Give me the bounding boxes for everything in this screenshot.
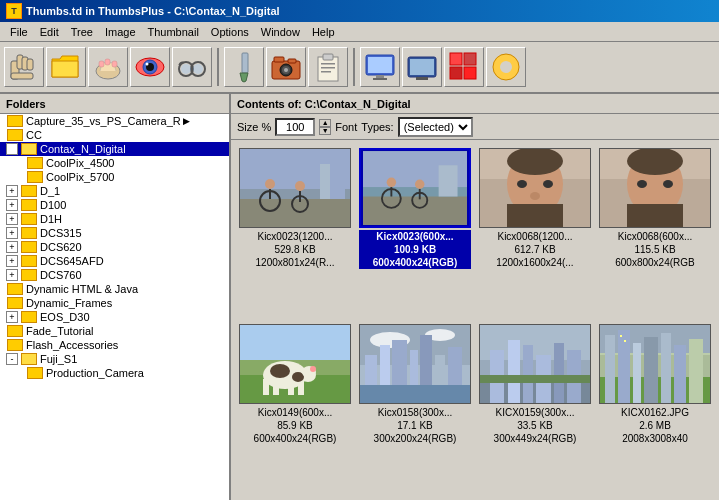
tool-grid-btn[interactable] xyxy=(444,47,484,87)
expand-btn[interactable]: + xyxy=(6,311,18,323)
thumb-label-8: KICX0162.JPG 2.6 MB 2008x3008x40 xyxy=(599,406,711,445)
svg-rect-111 xyxy=(554,343,564,403)
folder-item-eosd30[interactable]: + EOS_D30 xyxy=(0,310,229,324)
tool-camera-btn[interactable] xyxy=(266,47,306,87)
expand-btn[interactable]: + xyxy=(6,185,18,197)
svg-point-59 xyxy=(387,178,396,187)
expand-btn[interactable]: + xyxy=(6,213,18,225)
tool-nails-btn[interactable] xyxy=(88,47,128,87)
svg-rect-7 xyxy=(105,59,110,65)
size-input[interactable] xyxy=(275,118,315,136)
svg-point-69 xyxy=(517,180,527,188)
folder-label: Dynamic_Frames xyxy=(26,297,112,309)
tool-brush-btn[interactable] xyxy=(224,47,264,87)
folder-label: DCS760 xyxy=(40,269,82,281)
folder-icon xyxy=(21,241,37,253)
app-icon: T xyxy=(6,3,22,19)
types-label: Types: xyxy=(361,121,393,133)
types-select[interactable]: (Selected) All Images xyxy=(398,117,473,137)
thumb-img-2 xyxy=(359,148,471,228)
thumb-img-1 xyxy=(239,148,351,228)
svg-rect-6 xyxy=(99,61,104,67)
svg-rect-25 xyxy=(323,54,333,60)
tool-clipboard-btn[interactable] xyxy=(308,47,348,87)
menu-bar: File Edit Tree Image Thumbnail Options W… xyxy=(0,22,719,42)
tool-donut-btn[interactable] xyxy=(486,47,526,87)
folder-item-prodcam[interactable]: Production_Camera xyxy=(0,366,229,380)
menu-edit[interactable]: Edit xyxy=(34,24,65,40)
folder-item-d1[interactable]: + D_1 xyxy=(0,184,229,198)
folder-icon xyxy=(21,199,37,211)
window-title: Thumbs.td in ThumbsPlus - C:\Contax_N_Di… xyxy=(26,5,280,17)
thumb-item-4[interactable]: Kicx0068(600x... 115.5 KB 600x800x24(RGB xyxy=(597,146,713,318)
menu-thumbnail[interactable]: Thumbnail xyxy=(142,24,205,40)
tool-monitor-btn[interactable] xyxy=(360,47,400,87)
thumb-item-2[interactable]: Kicx0023(600x... 100.9 KB 600x400x24(RGB… xyxy=(357,146,473,318)
svg-point-16 xyxy=(193,64,203,74)
thumb-item-1[interactable]: Kicx0023(1200... 529.8 KB 1200x801x24(R.… xyxy=(237,146,353,318)
expand-btn[interactable]: + xyxy=(6,199,18,211)
menu-tree[interactable]: Tree xyxy=(65,24,99,40)
main-content: Folders Capture_35_vs_PS_Camera_R ▶ CC -… xyxy=(0,94,719,500)
expand-btn[interactable]: - xyxy=(6,353,18,365)
menu-window[interactable]: Window xyxy=(255,24,306,40)
svg-rect-27 xyxy=(321,67,335,69)
folder-icon xyxy=(7,339,23,351)
thumb-item-8[interactable]: KICX0162.JPG 2.6 MB 2008x3008x40 xyxy=(597,322,713,494)
folder-icon xyxy=(7,283,23,295)
expand-btn[interactable]: + xyxy=(6,227,18,239)
expand-btn[interactable]: + xyxy=(6,241,18,253)
thumb-item-5[interactable]: Kicx0149(600x... 85.9 KB 600x400x24(RGB) xyxy=(237,322,353,494)
folder-item-d100[interactable]: + D100 xyxy=(0,198,229,212)
tool-finger-btn[interactable] xyxy=(4,47,44,87)
menu-file[interactable]: File xyxy=(4,24,34,40)
font-label: Font xyxy=(335,121,357,133)
tool-screen2-btn[interactable] xyxy=(402,47,442,87)
svg-rect-36 xyxy=(450,53,462,65)
folders-title: Folders xyxy=(6,98,46,110)
thumb-label-6: Kicx0158(300x... 17.1 KB 300x200x24(RGB) xyxy=(359,406,471,445)
menu-help[interactable]: Help xyxy=(306,24,341,40)
folder-item-dcs620[interactable]: + DCS620 xyxy=(0,240,229,254)
folder-item-capture35[interactable]: Capture_35_vs_PS_Camera_R ▶ xyxy=(0,114,229,128)
folder-item-dcs760[interactable]: + DCS760 xyxy=(0,268,229,282)
thumb-item-6[interactable]: Kicx0158(300x... 17.1 KB 300x200x24(RGB) xyxy=(357,322,473,494)
thumb-img-8 xyxy=(599,324,711,404)
folder-item-coolpix4500[interactable]: CoolPix_4500 xyxy=(0,156,229,170)
tool-folder-btn[interactable] xyxy=(46,47,86,87)
folder-icon xyxy=(21,185,37,197)
folder-item-coolpix5700[interactable]: CoolPix_5700 xyxy=(0,170,229,184)
folder-item-d1h[interactable]: + D1H xyxy=(0,212,229,226)
folders-list[interactable]: Capture_35_vs_PS_Camera_R ▶ CC - Contax_… xyxy=(0,114,229,500)
folder-item-cc[interactable]: CC xyxy=(0,128,229,142)
folder-item-fade[interactable]: Fade_Tutorial xyxy=(0,324,229,338)
folder-item-fujis1[interactable]: - Fuji_S1 xyxy=(0,352,229,366)
expand-btn[interactable]: + xyxy=(6,255,18,267)
svg-point-77 xyxy=(637,180,647,188)
thumb-label-5: Kicx0149(600x... 85.9 KB 600x400x24(RGB) xyxy=(239,406,351,445)
folder-item-dynframes[interactable]: Dynamic_Frames xyxy=(0,296,229,310)
folder-item-dcs645[interactable]: + DCS645AFD xyxy=(0,254,229,268)
svg-point-88 xyxy=(270,364,290,378)
folders-panel: Folders Capture_35_vs_PS_Camera_R ▶ CC -… xyxy=(0,94,231,500)
svg-rect-30 xyxy=(368,57,392,73)
expand-btn[interactable]: - xyxy=(6,143,18,155)
menu-options[interactable]: Options xyxy=(205,24,255,40)
folder-label: Production_Camera xyxy=(46,367,144,379)
folder-item-contax[interactable]: - Contax_N_Digital xyxy=(0,142,229,156)
expand-btn[interactable]: + xyxy=(6,269,18,281)
tool-eye-btn[interactable] xyxy=(130,47,170,87)
spin-up[interactable]: ▲ xyxy=(319,119,331,127)
folder-icon-open xyxy=(21,353,37,365)
folder-icon xyxy=(7,115,23,127)
menu-image[interactable]: Image xyxy=(99,24,142,40)
svg-rect-84 xyxy=(273,381,279,395)
folder-item-flash[interactable]: Flash_Accessories xyxy=(0,338,229,352)
thumb-item-3[interactable]: Kicx0068(1200... 612.7 KB 1200x1600x24(.… xyxy=(477,146,593,318)
thumb-item-7[interactable]: KICX0159(300x... 33.5 KB 300x449x24(RGB) xyxy=(477,322,593,494)
svg-rect-125 xyxy=(620,335,622,337)
folder-item-dcs315[interactable]: + DCS315 xyxy=(0,226,229,240)
tool-glasses-btn[interactable] xyxy=(172,47,212,87)
folder-item-dynhtml[interactable]: Dynamic HTML & Java xyxy=(0,282,229,296)
spin-down[interactable]: ▼ xyxy=(319,127,331,135)
